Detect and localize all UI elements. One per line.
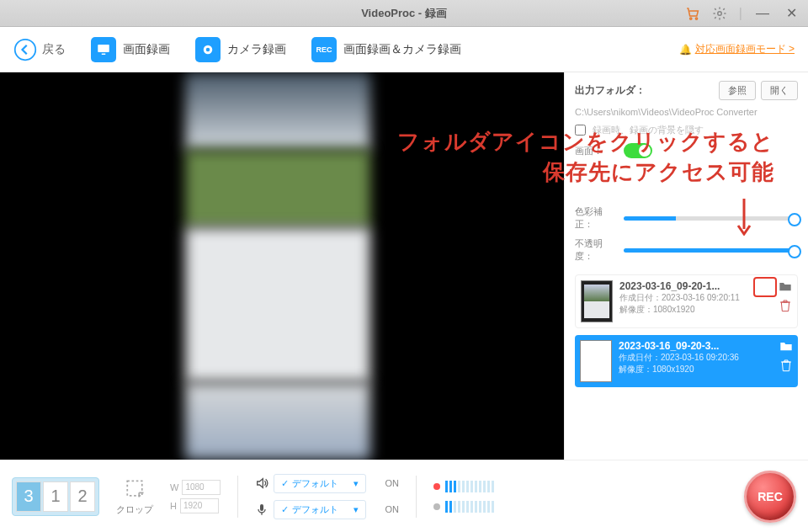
monitor-3[interactable]: 3 — [16, 481, 41, 512]
level-indicator-icon — [433, 483, 440, 490]
svg-point-2 — [718, 11, 722, 15]
close-button[interactable]: ✕ — [783, 5, 800, 21]
screen-camera-label: 画面録画＆カメラ録画 — [343, 42, 461, 57]
monitor-selector[interactable]: 3 1 2 — [12, 477, 99, 516]
svg-rect-9 — [260, 504, 263, 511]
trash-icon[interactable] — [779, 299, 791, 312]
camera-icon — [195, 37, 221, 62]
screen-record-label: 画面録画 — [123, 42, 170, 57]
back-label: 戻る — [42, 42, 66, 57]
bell-icon: 🔔 — [679, 44, 692, 56]
cart-icon[interactable] — [685, 6, 700, 21]
dimensions-input: W H — [170, 480, 221, 513]
screen-record-button[interactable]: 画面録画 — [91, 37, 170, 62]
recording-name: 2023-03-16_09-20-1... — [619, 280, 746, 292]
monitor-1[interactable]: 1 — [43, 481, 68, 512]
open-button[interactable]: 開く — [761, 81, 798, 100]
browse-button[interactable]: 参照 — [719, 81, 756, 100]
output-path: C:\Users\nikom\Videos\VideoProc Converte… — [575, 107, 798, 117]
bottom-bar: 3 1 2 クロップ W H ✓デフォルト▾ ON ✓デフォルト▾ ON REC — [0, 460, 808, 532]
crop-button[interactable]: クロップ — [116, 476, 153, 516]
microphone-icon — [255, 503, 268, 516]
speaker-on-label: ON — [385, 478, 399, 488]
svg-point-7 — [206, 47, 210, 51]
monitor-2[interactable]: 2 — [70, 481, 95, 512]
record-mode-link[interactable]: 🔔 対応画面録画モード > — [679, 42, 795, 56]
annotation-arrow-icon — [736, 199, 752, 239]
mic-on-label: ON — [385, 504, 399, 514]
window-title: VideoProc - 録画 — [361, 6, 447, 21]
back-arrow-icon — [13, 38, 37, 61]
svg-point-1 — [695, 17, 697, 19]
crop-icon — [123, 476, 146, 500]
svg-rect-5 — [102, 53, 106, 55]
play-icon — [592, 355, 600, 367]
monitor-icon — [91, 37, 116, 62]
gear-icon[interactable] — [712, 6, 727, 21]
opacity-slider[interactable] — [624, 248, 798, 253]
folder-icon[interactable] — [779, 340, 793, 352]
height-input[interactable] — [180, 498, 219, 513]
trash-icon[interactable] — [780, 359, 792, 372]
svg-point-3 — [15, 39, 36, 60]
recording-item[interactable]: 2023-03-16_09-20-1... 作成日付：2023-03-16 09… — [575, 274, 798, 328]
camera-record-label: カメラ録画 — [227, 42, 286, 57]
annotation-text: フォルダアイコンをクリックすると 保存先にアクセス可能 — [320, 126, 774, 188]
mic-select[interactable]: ✓デフォルト▾ — [274, 500, 366, 519]
output-folder-label: 出力フォルダ： — [575, 83, 714, 98]
camera-record-button[interactable]: カメラ録画 — [195, 37, 286, 62]
level-indicator-icon — [433, 503, 440, 510]
rec-icon: REC — [311, 37, 337, 62]
svg-rect-4 — [98, 45, 109, 52]
svg-point-0 — [689, 17, 691, 19]
annotation-highlight-box — [753, 277, 777, 297]
screen-camera-record-button[interactable]: REC 画面録画＆カメラ録画 — [311, 37, 461, 62]
width-input[interactable] — [182, 480, 221, 495]
speaker-select[interactable]: ✓デフォルト▾ — [274, 474, 366, 493]
titlebar: VideoProc - 録画 | — ✕ — [0, 0, 808, 27]
record-button[interactable]: REC — [744, 471, 796, 523]
recording-thumbnail — [581, 280, 613, 322]
folder-icon[interactable] — [779, 280, 792, 292]
recording-item[interactable]: 2023-03-16_09-20-3... 作成日付：2023-03-16 09… — [575, 335, 798, 387]
back-button[interactable]: 戻る — [13, 38, 66, 61]
speaker-icon — [255, 476, 268, 490]
toolbar: 戻る 画面録画 カメラ録画 REC 画面録画＆カメラ録画 🔔 対応画面録画モード… — [0, 27, 808, 72]
recording-thumbnail — [580, 340, 612, 382]
color-slider[interactable] — [624, 216, 798, 221]
minimize-button[interactable]: — — [754, 6, 771, 21]
audio-levels — [433, 481, 494, 513]
recording-name: 2023-03-16_09-20-3... — [619, 340, 745, 352]
